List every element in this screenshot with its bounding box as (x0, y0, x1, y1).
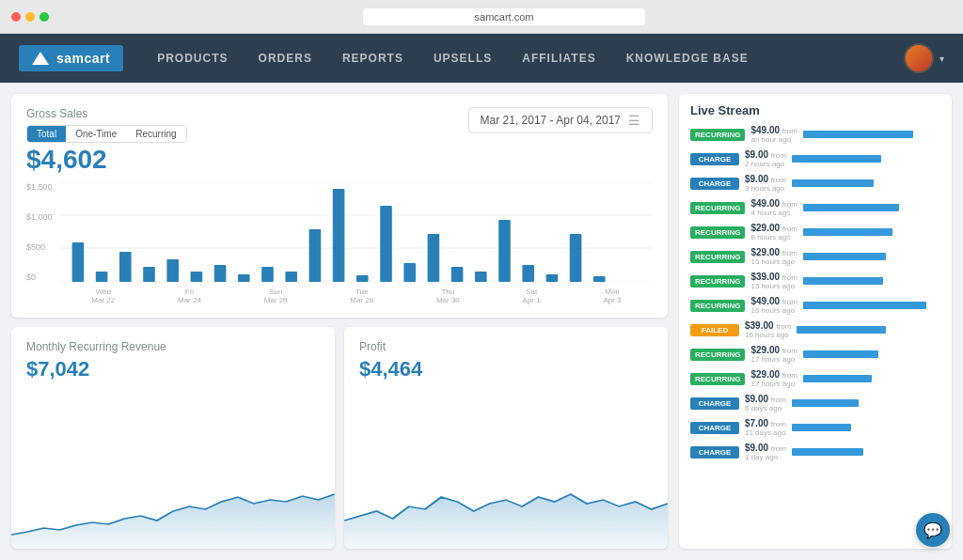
stream-bar (803, 375, 872, 382)
nav-item-orders[interactable]: ORDERS (244, 34, 327, 83)
stream-time: 3 hours ago (745, 184, 786, 193)
stream-badge: CHARGE (690, 153, 739, 165)
stream-info: $29.00 from 17 hours ago (750, 345, 797, 364)
browser-url[interactable]: samcart.com (363, 8, 645, 25)
stream-bar-wrap (797, 326, 940, 334)
stream-amount: $9.00 from (745, 394, 786, 404)
tab-one-time[interactable]: One-Time (66, 126, 126, 142)
stream-amount: $29.00 from (750, 247, 797, 257)
stream-bar (803, 253, 886, 260)
stream-badge: CHARGE (690, 397, 739, 410)
stream-amount: $29.00 from (750, 369, 797, 380)
left-panel: Gross Sales Total One-Time Recurring Mar… (11, 94, 668, 549)
svg-rect-17 (380, 206, 392, 282)
nav-item-upsells[interactable]: UPSELLS (418, 34, 507, 83)
stream-bar (803, 350, 878, 358)
stream-item: CHARGE $9.00 from 2 hours ago (690, 149, 940, 168)
stream-amount: $9.00 from (745, 443, 786, 453)
stream-item: RECURRING $49.00 from 4 hours ago (690, 198, 940, 217)
stream-amount: $7.00 from (745, 418, 786, 428)
svg-rect-9 (191, 272, 203, 282)
svg-rect-5 (96, 272, 108, 282)
stream-info: $49.00 from 16 hours ago (750, 296, 797, 315)
stream-info: $29.00 from 15 hours ago (750, 247, 797, 266)
svg-rect-7 (143, 267, 155, 282)
stream-badge: RECURRING (690, 349, 745, 361)
stream-amount: $49.00 from (750, 198, 797, 209)
chart-y-labels: $1,500 $1,000 $500 $0 (26, 182, 53, 282)
stream-badge: FAILED (690, 324, 739, 336)
svg-rect-24 (546, 274, 559, 282)
tab-recurring[interactable]: Recurring (126, 126, 185, 142)
stream-info: $39.00 from 16 hours ago (745, 320, 791, 339)
stream-time: 15 hours ago (750, 257, 797, 266)
stream-bar-wrap (792, 424, 940, 431)
avatar[interactable] (904, 43, 934, 73)
nav-item-affiliates[interactable]: AFFILIATES (507, 34, 610, 83)
stream-info: $49.00 from 4 hours ago (750, 198, 797, 217)
svg-rect-21 (475, 272, 487, 282)
stream-time: 11 days ago (745, 428, 786, 437)
stream-bar (792, 424, 851, 431)
stream-amount: $39.00 from (750, 272, 797, 282)
svg-rect-4 (72, 242, 85, 282)
stream-time: 4 hours ago (750, 209, 797, 217)
x-label-thu: ThuMar 30 (436, 288, 460, 304)
stream-bar-wrap (803, 253, 940, 260)
maximize-dot[interactable] (39, 12, 49, 22)
stream-item: CHARGE $9.00 from 1 day ago (690, 443, 940, 461)
stream-amount: $9.00 from (745, 174, 786, 184)
svg-rect-10 (214, 265, 227, 282)
stream-amount: $39.00 from (745, 320, 791, 331)
date-range-button[interactable]: Mar 21, 2017 - Apr 04, 2017 ☰ (468, 107, 653, 133)
date-range-text: Mar 21, 2017 - Apr 04, 2017 (481, 114, 621, 127)
stream-info: $29.00 from 17 hours ago (750, 369, 797, 388)
stream-bar (792, 179, 874, 187)
stream-badge: CHARGE (690, 422, 739, 434)
stream-time: 16 hours ago (745, 331, 791, 339)
stream-bar-wrap (803, 375, 940, 382)
svg-rect-11 (238, 274, 250, 282)
tab-total[interactable]: Total (27, 126, 66, 142)
nav-item-reports[interactable]: REPORTS (327, 34, 418, 83)
stream-bar (803, 204, 899, 211)
x-label-wed: WedMar 22 (91, 288, 115, 304)
nav-item-products[interactable]: PRODUCTS (142, 34, 243, 83)
monthly-recurring-title: Monthly Recurring Revenue (26, 340, 320, 353)
browser-chrome: samcart.com (0, 0, 963, 34)
stream-time: 1 day ago (745, 453, 786, 461)
navbar: samcart PRODUCTS ORDERS REPORTS UPSELLS … (0, 34, 963, 83)
stream-bar-wrap (792, 448, 940, 456)
minimize-dot[interactable] (25, 12, 35, 22)
stream-bar-wrap (803, 277, 940, 285)
svg-rect-12 (261, 267, 274, 282)
profit-value: $4,464 (359, 357, 653, 381)
nav-right: ▾ (904, 43, 944, 73)
stream-bar-wrap (803, 350, 940, 358)
stream-info: $9.00 from 2 hours ago (745, 149, 786, 168)
nav-chevron-icon[interactable]: ▾ (939, 54, 944, 64)
close-dot[interactable] (11, 12, 21, 22)
stream-item: FAILED $39.00 from 16 hours ago (690, 320, 940, 339)
y-label-0: $0 (26, 272, 53, 282)
stream-item: RECURRING $29.00 from 17 hours ago (690, 345, 940, 364)
stream-info: $7.00 from 11 days ago (745, 418, 786, 437)
stream-amount: $49.00 from (750, 125, 797, 135)
chat-button[interactable]: 💬 (916, 513, 950, 547)
monthly-recurring-value: $7,042 (26, 357, 320, 381)
stream-bar-wrap (803, 302, 940, 309)
stream-badge: CHARGE (690, 178, 739, 190)
stream-bar-wrap (803, 204, 940, 211)
logo-icon (32, 52, 49, 65)
stream-items: RECURRING $49.00 from an hour ago CHARGE… (690, 125, 940, 461)
svg-rect-19 (428, 234, 440, 282)
nav-logo[interactable]: samcart (19, 45, 123, 71)
svg-rect-18 (403, 263, 416, 282)
svg-rect-15 (333, 189, 345, 282)
gross-sales-header: Gross Sales Total One-Time Recurring Mar… (26, 107, 653, 143)
stream-bar (803, 131, 913, 138)
stream-item: RECURRING $29.00 from 8 hours ago (690, 223, 940, 241)
nav-item-knowledge-base[interactable]: KNOWLEDGE BASE (611, 34, 764, 83)
stream-info: $9.00 from 1 day ago (745, 443, 786, 461)
stream-info: $39.00 from 15 hours ago (750, 272, 797, 290)
